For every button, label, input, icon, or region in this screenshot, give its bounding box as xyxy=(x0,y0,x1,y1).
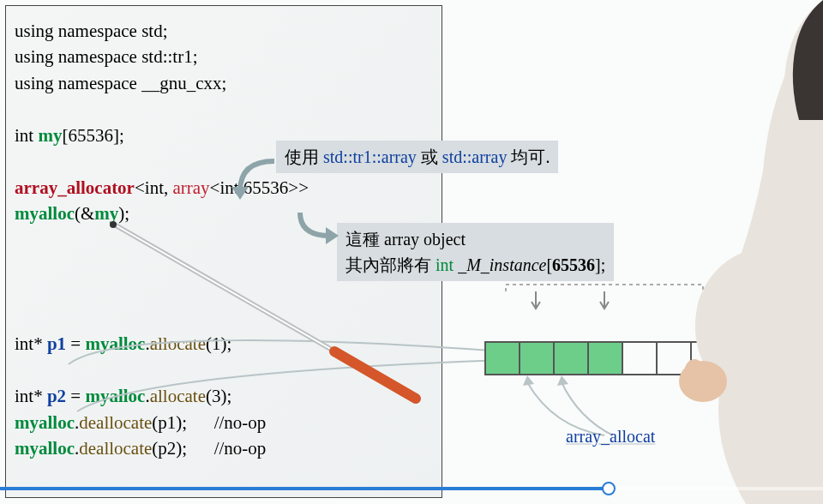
array-cell xyxy=(589,343,623,374)
video-progress-played xyxy=(0,487,609,490)
svg-marker-0 xyxy=(231,187,249,200)
dotted-span-icon xyxy=(506,291,712,343)
video-progress-thumb[interactable] xyxy=(602,482,616,495)
code-line xyxy=(15,96,433,122)
array-cell xyxy=(486,343,520,374)
array-cell xyxy=(623,343,658,374)
svg-marker-2 xyxy=(523,375,534,386)
svg-marker-1 xyxy=(326,227,339,244)
array-diagram: 65 array_allocat xyxy=(467,334,819,476)
diagram-allocator-label: array_allocat xyxy=(566,427,655,447)
annotation-array-alias: 使用 std::tr1::array 或 std::array 均可. xyxy=(276,141,558,173)
code-line xyxy=(15,279,433,304)
array-cell xyxy=(520,343,555,374)
code-line: myalloc.deallocate(p2); //no-op xyxy=(15,435,433,461)
code-line: array_allocator<int, array<int,65536>> xyxy=(15,175,433,201)
code-line: using namespace __gnu_cxx; xyxy=(15,70,433,96)
array-cell xyxy=(658,343,692,374)
code-line: using namespace std; xyxy=(15,18,433,44)
video-progress-bar[interactable] xyxy=(0,487,823,490)
array-cell xyxy=(692,343,726,374)
svg-marker-3 xyxy=(557,375,568,386)
arrow-curve-icon xyxy=(291,206,360,249)
array-cell xyxy=(726,343,760,374)
annotation-m-instance: 這種 array object 其內部將有 int _M_instance[65… xyxy=(337,223,614,281)
arrow-curve-icon xyxy=(231,153,300,204)
array-cell xyxy=(555,343,589,374)
code-line: using namespace std::tr1; xyxy=(15,44,433,69)
connector-arc-icon xyxy=(69,317,514,420)
